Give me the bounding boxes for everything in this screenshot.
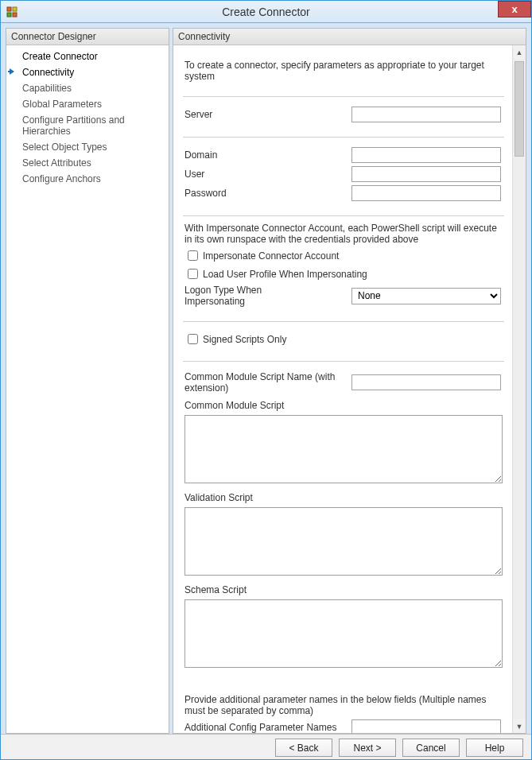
titlebar: Create Connector x: [1, 1, 531, 23]
nav-label: Configure Partitions and Hierarchies: [22, 114, 125, 137]
svg-rect-3: [13, 13, 17, 17]
nav-item-configure-partitions[interactable]: Configure Partitions and Hierarchies: [6, 112, 169, 139]
common-module-script-label: Common Module Script: [184, 400, 503, 411]
svg-rect-1: [13, 7, 17, 11]
help-button[interactable]: Help: [466, 739, 523, 757]
right-panel: Connectivity To create a connector, spec…: [173, 28, 526, 734]
signed-scripts-label: Signed Scripts Only: [203, 334, 286, 345]
window-title: Create Connector: [1, 6, 531, 18]
nav-label: Global Parameters: [22, 99, 102, 110]
nav-label: Select Object Types: [22, 142, 107, 153]
nav-label: Create Connector: [22, 51, 98, 62]
server-input[interactable]: [351, 107, 501, 122]
svg-rect-0: [7, 7, 11, 11]
domain-input[interactable]: [351, 147, 501, 163]
impersonate-checkbox[interactable]: [188, 250, 198, 261]
server-label: Server: [184, 109, 351, 120]
user-label: User: [184, 169, 351, 180]
nav-item-connectivity[interactable]: Connectivity: [6, 64, 169, 80]
common-module-name-input[interactable]: [351, 374, 501, 390]
scrollbar[interactable]: ▲ ▼: [512, 45, 526, 733]
nav-item-configure-anchors[interactable]: Configure Anchors: [6, 171, 169, 187]
common-module-script-input[interactable]: [184, 415, 503, 483]
common-module-name-label: Common Module Script Name (with extensio…: [184, 371, 351, 394]
domain-label: Domain: [184, 149, 351, 161]
nav-item-capabilities[interactable]: Capabilities: [6, 80, 169, 96]
right-panel-header: Connectivity: [173, 29, 526, 45]
nav-item-global-parameters[interactable]: Global Parameters: [6, 96, 169, 112]
schema-script-input[interactable]: [184, 599, 503, 668]
nav-item-select-object-types[interactable]: Select Object Types: [6, 139, 169, 155]
impersonate-label: Impersonate Connector Account: [203, 250, 339, 262]
additional-config-label: Additional Config Parameter Names: [184, 722, 351, 733]
nav-item-create-connector[interactable]: Create Connector: [6, 48, 169, 64]
validation-script-input[interactable]: [184, 507, 503, 576]
logon-type-label: Logon Type When Impersonating: [184, 285, 296, 307]
user-input[interactable]: [351, 166, 501, 182]
svg-rect-2: [7, 13, 11, 17]
impersonate-intro: With Impersonate Connector Account, each…: [184, 223, 503, 245]
back-button[interactable]: < Back: [275, 739, 332, 757]
left-panel-header: Connector Designer: [6, 29, 169, 45]
left-panel: Connector Designer Create Connector Conn…: [6, 28, 169, 734]
nav-label: Connectivity: [22, 67, 74, 78]
footer: < Back Next > Cancel Help: [1, 734, 531, 760]
app-icon: [6, 6, 18, 18]
additional-config-input[interactable]: [351, 719, 501, 733]
logon-type-select[interactable]: None: [351, 288, 501, 304]
schema-script-label: Schema Script: [184, 584, 503, 595]
scroll-up-icon[interactable]: ▲: [513, 45, 526, 59]
nav-label: Select Attributes: [22, 157, 91, 169]
cancel-button[interactable]: Cancel: [402, 739, 460, 757]
load-profile-checkbox[interactable]: [188, 269, 198, 279]
client-area: Connector Designer Create Connector Conn…: [1, 23, 531, 734]
signed-scripts-checkbox[interactable]: [188, 334, 198, 344]
nav-item-select-attributes[interactable]: Select Attributes: [6, 155, 169, 171]
scroll-thumb[interactable]: [515, 61, 524, 157]
password-label: Password: [184, 188, 351, 199]
nav-label: Capabilities: [22, 83, 72, 94]
nav-list: Create Connector Connectivity Capabiliti…: [6, 45, 169, 187]
nav-label: Configure Anchors: [22, 173, 101, 184]
load-profile-label: Load User Profile When Impersonating: [203, 269, 367, 280]
next-button[interactable]: Next >: [339, 739, 396, 757]
validation-script-label: Validation Script: [184, 492, 503, 503]
intro-text: To create a connector, specify parameter…: [184, 60, 503, 82]
password-input[interactable]: [351, 185, 501, 201]
additional-intro: Provide additional parameter names in th…: [184, 694, 503, 716]
scroll-down-icon[interactable]: ▼: [513, 719, 526, 733]
content-area: To create a connector, specify parameter…: [173, 45, 512, 733]
close-button[interactable]: x: [498, 1, 531, 17]
